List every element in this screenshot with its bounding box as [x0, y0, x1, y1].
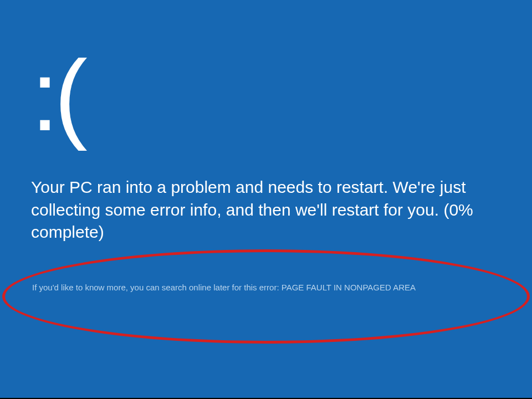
bsod-screen: :( Your PC ran into a problem and needs … [0, 0, 532, 398]
annotation-highlight-ellipse [2, 249, 530, 344]
error-main-message: Your PC ran into a problem and needs to … [31, 176, 510, 244]
error-detail-message: If you'd like to know more, you can sear… [32, 282, 510, 293]
sad-face-emoticon: :( [31, 51, 83, 141]
